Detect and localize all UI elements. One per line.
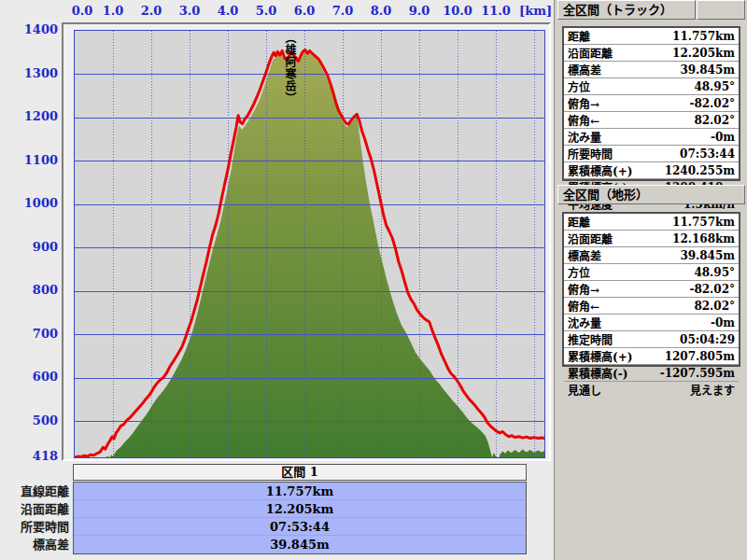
stats-row: 推定時間05:04:29 bbox=[564, 331, 739, 348]
stats-row-value: -82.02° bbox=[689, 283, 739, 296]
stats-row-value: 11.757km bbox=[672, 30, 739, 43]
stats-row-label: 沿面距離 bbox=[564, 45, 613, 61]
stats-row-value: 12.168km bbox=[672, 232, 739, 245]
y-tick-label: 800 bbox=[13, 283, 58, 297]
stats-row-value: 48.95° bbox=[694, 80, 739, 93]
section-stat-value: 39.845m bbox=[74, 536, 526, 553]
stats-row-label: 沿面距離 bbox=[564, 231, 613, 246]
section-stat-value: 12.205km bbox=[74, 500, 526, 518]
stats-row: 所要時間07:53:44 bbox=[564, 146, 739, 162]
x-tick-label: 1.0 bbox=[103, 4, 124, 18]
stats-row-label: 累積標高(-) bbox=[564, 365, 627, 381]
y-tick-label: 1400 bbox=[13, 22, 58, 36]
y-tick-label: 600 bbox=[13, 370, 58, 384]
stats-row-label: 所要時間 bbox=[564, 146, 613, 161]
stats-row-label: 累積標高(+) bbox=[564, 348, 632, 364]
stats-row: 累積標高(+)1207.805m bbox=[564, 348, 739, 365]
section-stat-label: 所要時間 bbox=[0, 519, 69, 535]
stats-row-value: -82.02° bbox=[689, 97, 739, 110]
stats-row: 俯角→-82.02° bbox=[564, 95, 739, 112]
stats-row: 標高差39.845m bbox=[564, 247, 739, 264]
elevation-profile-window: 0.01.02.03.04.05.06.07.08.09.010.011.0 [… bbox=[0, 0, 747, 560]
stats-row-value: 12.205km bbox=[672, 47, 739, 60]
stats-row: 標高差39.845m bbox=[564, 62, 739, 78]
stats-row: 累積標高(-)-1207.595m bbox=[564, 365, 739, 382]
stats-row: 沈み量-0m bbox=[564, 129, 739, 146]
section-stat-label: 直線距離 bbox=[0, 483, 69, 499]
stats-row-label: 方位 bbox=[564, 78, 590, 94]
stats-row-value: 1207.805m bbox=[665, 350, 739, 363]
panel-header-terrain[interactable]: 全区間（地形） bbox=[557, 185, 745, 204]
y-tick-label: 500 bbox=[13, 413, 58, 427]
stats-row-label: 距離 bbox=[564, 214, 590, 230]
stats-row-value: 39.845m bbox=[680, 63, 739, 77]
stats-row-value: 11.757km bbox=[672, 216, 739, 229]
y-tick-label: 1100 bbox=[13, 153, 58, 167]
stats-row: 俯角←82.02° bbox=[564, 112, 739, 129]
stats-row: 俯角→-82.02° bbox=[564, 281, 739, 298]
stats-row-label: 標高差 bbox=[564, 247, 601, 263]
x-tick-label: 9.0 bbox=[409, 4, 430, 18]
stats-row-value: -0m bbox=[711, 316, 739, 329]
stats-row-value: 07:53:44 bbox=[680, 147, 739, 161]
stats-table-track: 距離11.757km沿面距離12.205km標高差39.845m方位48.95°… bbox=[562, 26, 740, 181]
stats-row-label: 俯角→ bbox=[564, 95, 599, 111]
terrain-area bbox=[75, 51, 544, 457]
panel-corner-button[interactable] bbox=[697, 0, 745, 20]
stats-row-label: 俯角→ bbox=[564, 281, 599, 297]
section-values-box: 11.757km12.205km07:53:4439.845m bbox=[73, 482, 527, 554]
x-tick-label: 7.0 bbox=[332, 4, 354, 18]
stats-row-value: 見えます bbox=[690, 382, 739, 398]
y-tick-label: 1200 bbox=[13, 109, 58, 123]
stats-row: 方位48.95° bbox=[564, 78, 739, 95]
stats-row-label: 俯角← bbox=[564, 298, 599, 314]
y-tick-label: 1300 bbox=[13, 66, 58, 80]
stats-pane: 全区間（トラック） 距離11.757km沿面距離12.205km標高差39.84… bbox=[554, 0, 747, 560]
peak-annotation: （雄阿寒岳） bbox=[283, 32, 296, 105]
stats-row-value: 82.02° bbox=[694, 300, 739, 313]
x-tick-label: 8.0 bbox=[371, 4, 392, 18]
elevation-plot-svg bbox=[75, 31, 544, 457]
stats-row-value: -0m bbox=[711, 131, 739, 144]
stats-row-value: 39.845m bbox=[680, 249, 739, 262]
stats-row-label: 俯角← bbox=[564, 112, 599, 128]
stats-row: 見通し見えます bbox=[564, 382, 739, 398]
stats-row: 沈み量-0m bbox=[564, 315, 739, 331]
section-stat-label: 沿面距離 bbox=[0, 501, 69, 517]
elevation-plot[interactable]: （雄阿寒岳） bbox=[74, 30, 545, 458]
x-tick-label: 4.0 bbox=[218, 4, 239, 18]
stats-table-terrain: 距離11.757km沿面距離12.168km標高差39.845m方位48.95°… bbox=[562, 212, 740, 367]
panel-header-track[interactable]: 全区間（トラック） bbox=[557, 0, 696, 20]
x-tick-label: 6.0 bbox=[294, 4, 316, 18]
x-tick-label: 11.0 bbox=[481, 4, 511, 18]
stats-row: 沿面距離12.168km bbox=[564, 231, 739, 247]
stats-row-value: 05:04:29 bbox=[680, 333, 739, 346]
y-tick-label: 700 bbox=[13, 327, 58, 341]
stats-row-value: 48.95° bbox=[694, 266, 739, 279]
x-tick-label: 2.0 bbox=[141, 4, 162, 18]
stats-row-label: 方位 bbox=[564, 264, 590, 280]
graph-pane: 0.01.02.03.04.05.06.07.08.09.010.011.0 [… bbox=[0, 0, 554, 560]
y-tick-label: 1000 bbox=[13, 196, 58, 210]
x-axis-unit-label: [km] bbox=[519, 4, 552, 18]
stats-row: 距離11.757km bbox=[564, 28, 739, 45]
y-tick-label: 900 bbox=[13, 240, 58, 254]
stats-row-label: 沈み量 bbox=[564, 129, 601, 145]
section-stat-label: 標高差 bbox=[0, 537, 69, 553]
stats-row: 距離11.757km bbox=[564, 214, 739, 231]
stats-row-value: -1207.595m bbox=[660, 367, 739, 380]
stats-row: 俯角←82.02° bbox=[564, 298, 739, 315]
x-tick-label: 10.0 bbox=[443, 4, 472, 18]
x-tick-label: 3.0 bbox=[179, 4, 201, 18]
section-stat-value: 11.757km bbox=[74, 483, 526, 500]
stats-row-label: 標高差 bbox=[564, 62, 601, 77]
stats-row: 方位48.95° bbox=[564, 264, 739, 281]
stats-row-label: 推定時間 bbox=[564, 331, 613, 347]
stats-row-label: 距離 bbox=[564, 28, 590, 44]
x-tick-label: 5.0 bbox=[256, 4, 277, 18]
stats-row: 沿面距離12.205km bbox=[564, 45, 739, 62]
stats-row-label: 沈み量 bbox=[564, 315, 601, 330]
stats-row-label: 累積標高(+) bbox=[564, 162, 632, 178]
stats-row-value: 82.02° bbox=[694, 114, 739, 127]
section-title: 区間 1 bbox=[73, 464, 527, 481]
